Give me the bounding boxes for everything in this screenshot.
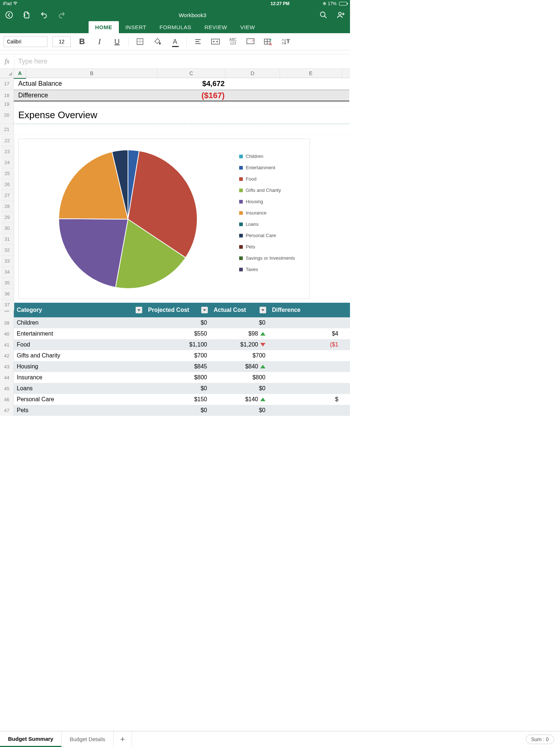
row-header[interactable]: 47 [0,405,14,416]
row-header[interactable]: 39 [0,317,14,328]
row-header[interactable]: 20 [0,107,14,124]
insert-delete-button[interactable] [262,36,274,47]
cell-actual: $0 [211,320,269,326]
formula-input[interactable] [15,58,350,65]
share-button[interactable] [335,9,346,20]
filter-button[interactable] [201,307,208,313]
legend-swatch-icon [239,268,243,271]
legend-item: Insurance [239,210,295,216]
font-color-button[interactable]: A [169,36,181,47]
table-row[interactable]: 39Children$0$0 [0,317,350,328]
cell-projected: $0 [145,385,211,392]
table-row[interactable]: 40Entertainment$550$98$4 [0,328,350,339]
tab-insert[interactable]: INSERT [119,21,153,33]
table-row[interactable]: 47Pets$0$0 [0,405,350,416]
battery-text: 17% [328,1,337,6]
cell-category: Pets [14,407,145,414]
legend-swatch-icon [239,211,243,215]
legend-label: Taxes [246,267,258,272]
section-title: Expense Overview [18,109,97,121]
legend-swatch-icon [239,166,243,170]
svg-rect-5 [247,39,254,44]
row-header[interactable]: 41 [0,339,14,350]
font-family-input[interactable] [4,36,47,47]
cell-actual: $0 [211,407,269,414]
number-format-button[interactable]: ABC123 [227,36,239,47]
legend-item: Savings or Investments [239,255,295,261]
ribbon: B I U A ABC123 AZ [0,33,350,50]
legend-label: Children [246,154,263,159]
table-row[interactable]: 42Gifts and Charity$700$700 [0,350,350,361]
cell-actual: $700 [211,352,269,359]
cell-category: Gifts and Charity [14,352,145,359]
tab-view[interactable]: VIEW [234,21,261,33]
select-all-corner[interactable] [0,69,14,79]
file-button[interactable] [21,9,32,20]
row-header[interactable]: 44 [0,372,14,383]
up-icon [260,398,265,401]
search-button[interactable] [318,9,329,20]
row-header[interactable]: 46 [0,394,14,405]
underline-button[interactable]: U [111,36,123,47]
svg-point-0 [6,12,12,18]
table-row[interactable]: 46Personal Care$150$140$ [0,394,350,405]
wifi-icon [13,1,18,6]
cell-styles-button[interactable] [244,36,257,47]
cell-category: Insurance [14,374,145,381]
column-header-d[interactable]: D [225,69,280,79]
table-row[interactable]: 41Food$1,100$1,200($1 [0,339,350,350]
legend-item: Pets [239,244,295,249]
legend-item: Housing [239,199,295,204]
cell-difference: $4 [269,330,342,337]
row-header[interactable]: 42 [0,350,14,361]
undo-button[interactable] [39,9,50,20]
legend-swatch-icon [239,177,243,181]
tab-formulas[interactable]: FORMULAS [153,21,198,33]
cell-projected: $845 [145,363,211,370]
align-button[interactable] [192,36,204,47]
column-header-b[interactable]: B [26,69,158,79]
filter-button[interactable] [136,307,142,313]
row-header[interactable]: 18 [0,90,14,101]
bold-button[interactable]: B [76,36,88,47]
fill-color-button[interactable] [151,36,164,47]
column-header-e[interactable]: E [280,69,342,79]
th-actual: Actual Cost [214,307,246,313]
legend-item: Entertainment [239,165,295,170]
back-button[interactable] [4,9,15,20]
tab-home[interactable]: HOME [89,21,119,33]
column-header-c[interactable]: C [158,69,225,79]
row-header[interactable]: 21 [0,124,14,135]
table-row[interactable]: 43Housing$845$840 [0,361,350,372]
separator [128,37,129,46]
tab-review[interactable]: REVIEW [198,21,234,33]
cell-actual: $98 [211,330,269,337]
row-header[interactable]: 43 [0,361,14,372]
legend-swatch-icon [239,155,243,158]
status-bar: iPad 12:27 PM ✻ 17% [0,0,350,7]
filter-button[interactable] [260,307,266,313]
pie-chart[interactable]: 22232425262728293031323334353637 Childre… [18,139,310,299]
expense-table: 38 Category Projected Cost Actual Cost D… [0,303,350,416]
row-header[interactable]: 17 [0,78,14,90]
row-header[interactable]: 45 [0,383,14,394]
font-size-input[interactable] [52,36,71,47]
table-row[interactable]: 45Loans$0$0 [0,383,350,394]
cell-actual: $840 [211,363,269,370]
up-icon [260,332,265,336]
merge-button[interactable] [209,36,222,47]
sort-filter-button[interactable]: AZ [279,36,292,47]
cell-difference: $ [269,396,342,403]
row-header[interactable]: 40 [0,328,14,339]
down-icon [260,343,265,347]
fx-icon[interactable]: fx [0,54,15,68]
redo-button[interactable] [56,9,67,20]
difference-label: Difference [18,92,48,99]
italic-button[interactable]: I [93,36,106,47]
legend-swatch-icon [239,222,243,226]
borders-button[interactable] [134,36,146,47]
column-header-a[interactable]: A [14,69,26,79]
actual-balance-label: Actual Balance [18,80,62,88]
legend-swatch-icon [239,189,243,192]
table-row[interactable]: 44Insurance$800$800 [0,372,350,383]
